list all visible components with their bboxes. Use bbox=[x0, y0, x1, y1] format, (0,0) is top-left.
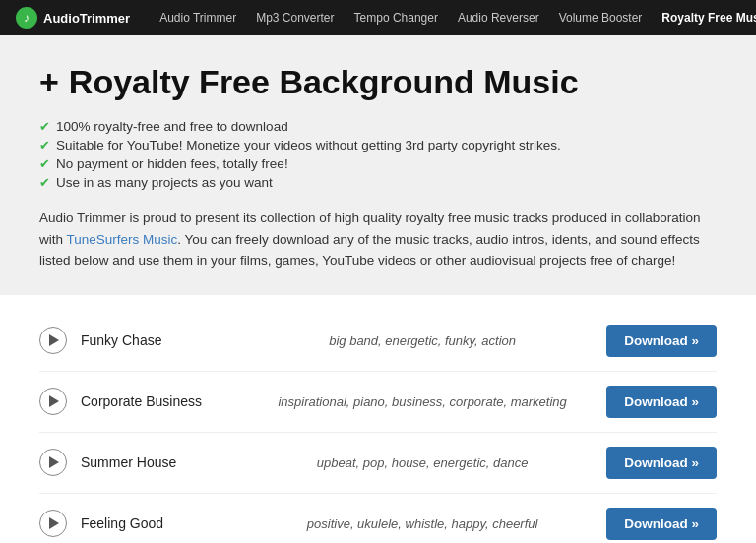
page-title: + Royalty Free Background Music bbox=[39, 63, 717, 101]
bullet-item: 100% royalty-free and free to download bbox=[39, 119, 717, 134]
nav-link[interactable]: Audio Reverser bbox=[448, 0, 549, 35]
play-icon bbox=[49, 334, 59, 346]
track-name: Funky Chase bbox=[81, 332, 238, 348]
nav-link[interactable]: Mp3 Converter bbox=[246, 0, 344, 35]
nav-item-audio-reverser[interactable]: Audio Reverser bbox=[448, 0, 549, 35]
track-row: Feeling Goodpositive, ukulele, whistle, … bbox=[39, 494, 717, 543]
logo[interactable]: ♪ AudioTrimmer bbox=[16, 7, 130, 29]
track-row: Funky Chasebig band, energetic, funky, a… bbox=[39, 311, 717, 372]
download-button[interactable]: Download » bbox=[606, 447, 717, 479]
track-tags: upbeat, pop, house, energetic, dance bbox=[238, 455, 606, 470]
download-button[interactable]: Download » bbox=[606, 386, 717, 418]
download-button[interactable]: Download » bbox=[606, 508, 717, 540]
bullet-item: Suitable for YouTube! Monetize your vide… bbox=[39, 138, 717, 152]
plus-icon: + bbox=[39, 63, 59, 101]
track-name: Feeling Good bbox=[81, 515, 238, 531]
tunesurfers-link[interactable]: TuneSurfers Music bbox=[67, 232, 178, 247]
nav-item-audio-trimmer[interactable]: Audio Trimmer bbox=[150, 0, 246, 35]
track-row: Corporate Businessinspirational, piano, … bbox=[39, 372, 717, 433]
play-button[interactable] bbox=[39, 449, 67, 476]
track-name: Corporate Business bbox=[81, 393, 238, 409]
bullet-item: Use in as many projects as you want bbox=[39, 175, 717, 190]
hero-section: + Royalty Free Background Music 100% roy… bbox=[0, 35, 756, 295]
track-tags: inspirational, piano, business, corporat… bbox=[238, 394, 606, 409]
hero-bullets: 100% royalty-free and free to downloadSu… bbox=[39, 119, 717, 190]
play-icon bbox=[49, 456, 59, 468]
nav-item-tempo-changer[interactable]: Tempo Changer bbox=[345, 0, 448, 35]
logo-icon: ♪ bbox=[16, 7, 37, 29]
play-icon bbox=[49, 395, 59, 407]
download-button[interactable]: Download » bbox=[606, 325, 717, 357]
nav-link[interactable]: Tempo Changer bbox=[345, 0, 448, 35]
nav-item-mp3-converter[interactable]: Mp3 Converter bbox=[246, 0, 344, 35]
nav-link[interactable]: Audio Trimmer bbox=[150, 0, 246, 35]
track-tags: big band, energetic, funky, action bbox=[238, 333, 606, 348]
play-button[interactable] bbox=[39, 327, 67, 354]
logo-text: AudioTrimmer bbox=[43, 11, 130, 26]
bullet-item: No payment or hidden fees, totally free! bbox=[39, 156, 717, 171]
track-row: Summer Houseupbeat, pop, house, energeti… bbox=[39, 433, 717, 494]
play-icon bbox=[49, 517, 59, 529]
play-button[interactable] bbox=[39, 388, 67, 415]
play-button[interactable] bbox=[39, 510, 67, 537]
nav-item-volume-booster[interactable]: Volume Booster bbox=[549, 0, 653, 35]
music-list: Funky Chasebig band, energetic, funky, a… bbox=[0, 295, 756, 543]
nav-links: Audio TrimmerMp3 ConverterTempo ChangerA… bbox=[150, 0, 756, 35]
navbar: ♪ AudioTrimmer Audio TrimmerMp3 Converte… bbox=[0, 0, 756, 35]
track-tags: positive, ukulele, whistle, happy, cheer… bbox=[238, 516, 606, 531]
nav-link[interactable]: Volume Booster bbox=[549, 0, 653, 35]
hero-description: Audio Trimmer is proud to present its co… bbox=[39, 208, 717, 272]
nav-link[interactable]: Royalty Free Music bbox=[652, 0, 756, 35]
nav-item-royalty-free-music[interactable]: Royalty Free Music bbox=[652, 0, 756, 35]
track-name: Summer House bbox=[81, 454, 238, 470]
